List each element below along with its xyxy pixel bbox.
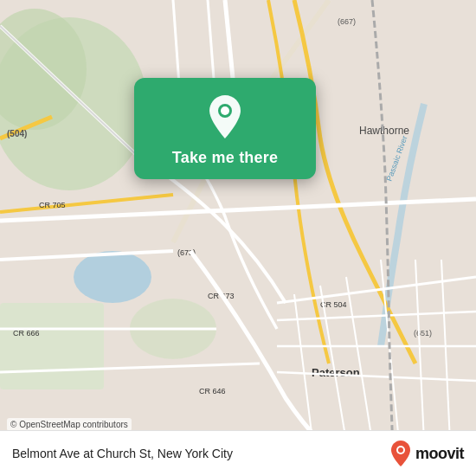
svg-text:CR 705: CR 705 (39, 201, 66, 209)
moovit-pin-icon (389, 440, 412, 467)
svg-line-33 (415, 260, 424, 441)
svg-text:(651): (651) (414, 329, 432, 338)
svg-rect-3 (0, 303, 104, 389)
take-me-there-card[interactable]: Take me there (134, 78, 316, 179)
map-container: (504) CR 705 (673) CR 673 CR 666 CR 646 … (0, 0, 476, 476)
osm-attribution: © OpenStreetMap contributors (7, 418, 132, 431)
svg-line-7 (0, 195, 173, 212)
moovit-logo-text: moovit (415, 445, 464, 463)
svg-point-42 (221, 106, 229, 115)
svg-text:CR 646: CR 646 (199, 387, 226, 396)
svg-text:Hawthorne: Hawthorne (359, 125, 409, 137)
svg-text:(667): (667) (338, 17, 356, 26)
svg-point-44 (398, 447, 403, 453)
moovit-logo: moovit (389, 440, 464, 467)
svg-point-2 (74, 251, 151, 303)
svg-line-26 (277, 312, 476, 320)
svg-text:(504): (504) (7, 129, 27, 138)
bottom-bar: Belmont Ave at Church St, New York City … (0, 430, 476, 476)
location-text: Belmont Ave at Church St, New York City (12, 447, 389, 460)
svg-line-34 (441, 260, 450, 441)
map-svg: (504) CR 705 (673) CR 673 CR 666 CR 646 … (0, 0, 476, 476)
svg-line-30 (320, 286, 346, 441)
take-me-there-label: Take me there (172, 149, 278, 167)
location-pin-icon (202, 93, 248, 140)
svg-line-20 (225, 0, 234, 87)
svg-line-31 (346, 277, 372, 441)
